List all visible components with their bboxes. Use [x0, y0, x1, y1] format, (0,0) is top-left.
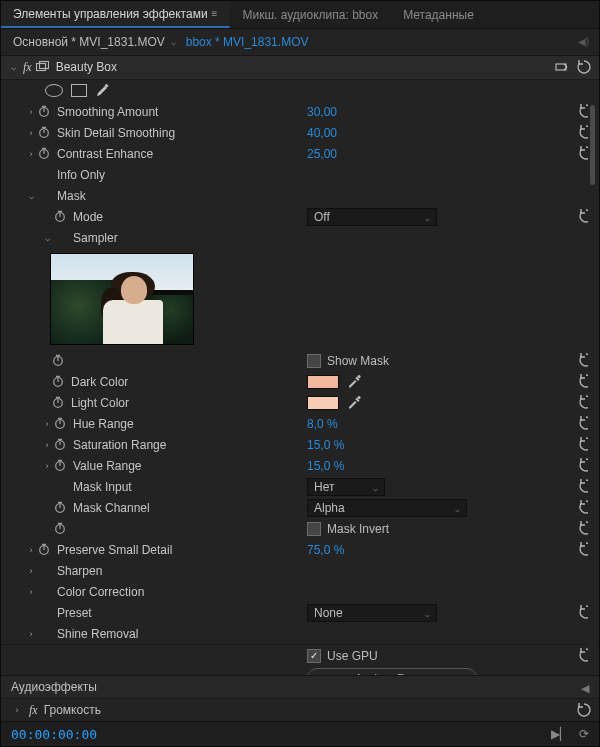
- light-color-swatch[interactable]: [307, 396, 339, 410]
- eyedropper-icon[interactable]: [347, 374, 362, 389]
- preset-dropdown[interactable]: None ⌵: [307, 604, 437, 622]
- stopwatch-icon[interactable]: [53, 501, 67, 515]
- chevron-down-icon[interactable]: ⌵: [25, 191, 37, 201]
- prop-value[interactable]: 40,00: [307, 126, 337, 140]
- vertical-scrollbar[interactable]: [588, 101, 598, 675]
- prop-label: Info Only: [57, 168, 105, 182]
- stopwatch-icon[interactable]: [53, 459, 67, 473]
- loop-icon[interactable]: ⟳: [579, 727, 589, 741]
- prop-analyze-frame: Analyze Frame: [1, 666, 599, 675]
- prop-value[interactable]: 25,00: [307, 147, 337, 161]
- reset-icon[interactable]: [577, 703, 591, 720]
- stopwatch-icon[interactable]: [51, 396, 65, 410]
- fx-badge-icon[interactable]: fx: [23, 60, 32, 75]
- stopwatch-icon[interactable]: [53, 417, 67, 431]
- prop-value[interactable]: 15,0 %: [307, 459, 344, 473]
- prop-label: Preserve Small Detail: [57, 543, 172, 557]
- motion-icon[interactable]: [36, 61, 50, 73]
- rectangle-mask-icon[interactable]: [71, 84, 87, 97]
- tab-label: Элементы управления эффектами: [13, 7, 208, 21]
- chevron-right-icon[interactable]: ›: [41, 440, 53, 450]
- use-gpu-checkbox[interactable]: ✓: [307, 649, 321, 663]
- stopwatch-icon[interactable]: [37, 105, 51, 119]
- chevron-right-icon[interactable]: ›: [11, 705, 23, 715]
- effect-volume-row: › fx Громкость: [1, 699, 599, 721]
- stopwatch-icon[interactable]: [51, 354, 65, 368]
- group-label: Color Correction: [57, 585, 144, 599]
- panel-menu-icon[interactable]: ≡: [212, 8, 218, 19]
- chevron-right-icon[interactable]: ›: [25, 149, 37, 159]
- audio-effects-section: Аудиоэффекты ◀ › fx Громкость 00:00:00:0…: [1, 675, 599, 746]
- audio-toggle-icon[interactable]: ◀: [581, 682, 589, 695]
- stopwatch-icon[interactable]: [53, 438, 67, 452]
- audio-toggle-icon[interactable]: ◀): [578, 36, 589, 47]
- stopwatch-icon[interactable]: [53, 210, 67, 224]
- pen-mask-icon[interactable]: [95, 83, 110, 98]
- mask-invert-checkbox[interactable]: [307, 522, 321, 536]
- eyedropper-icon[interactable]: [347, 395, 362, 410]
- prop-saturation-range: › Saturation Range 15,0 %: [1, 434, 599, 455]
- scrollbar-thumb[interactable]: [590, 105, 595, 185]
- prop-mask-invert: › Mask Invert: [1, 518, 599, 539]
- stopwatch-icon[interactable]: [37, 147, 51, 161]
- chevron-right-icon[interactable]: ›: [25, 629, 37, 639]
- chevron-down-icon: ⌵: [455, 505, 460, 514]
- reset-effect-icon[interactable]: [577, 60, 591, 74]
- timecode-bar: 00:00:00:00 ▶▏ ⟳: [1, 721, 599, 746]
- sequence-clip-name[interactable]: bbox * MVI_1831.MOV: [186, 35, 309, 49]
- panel-tabs: Элементы управления эффектами ≡ Микш. ау…: [1, 1, 599, 29]
- prop-value[interactable]: 15,0 %: [307, 438, 344, 452]
- mode-dropdown[interactable]: Off ⌵: [307, 208, 437, 226]
- chevron-down-icon[interactable]: ⌵: [171, 37, 176, 47]
- prop-label: Saturation Range: [73, 438, 166, 452]
- tab-metadata[interactable]: Метаданные: [391, 1, 487, 28]
- chevron-right-icon[interactable]: ›: [25, 128, 37, 138]
- prop-value[interactable]: 8,0 %: [307, 417, 338, 431]
- timecode-display[interactable]: 00:00:00:00: [11, 727, 97, 742]
- stopwatch-icon[interactable]: [51, 375, 65, 389]
- analyze-frame-button[interactable]: Analyze Frame: [307, 668, 477, 675]
- dropdown-value: Нет: [314, 480, 334, 494]
- effect-name[interactable]: Громкость: [44, 703, 101, 717]
- chevron-right-icon[interactable]: ›: [25, 545, 37, 555]
- pin-effect-icon[interactable]: [555, 60, 569, 74]
- prop-label: Value Range: [73, 459, 142, 473]
- effect-controls-panel: Элементы управления эффектами ≡ Микш. ау…: [0, 0, 600, 747]
- mask-channel-dropdown[interactable]: Alpha ⌵: [307, 499, 467, 517]
- prop-mode: › Mode Off ⌵: [1, 206, 599, 227]
- play-icon[interactable]: ▶▏: [551, 727, 569, 741]
- tab-effect-controls[interactable]: Элементы управления эффектами ≡: [1, 1, 230, 28]
- prop-value[interactable]: 30,00: [307, 105, 337, 119]
- prop-skin-detail-smoothing: › Skin Detail Smoothing 40,00: [1, 122, 599, 143]
- tab-label: Метаданные: [403, 8, 474, 22]
- chevron-right-icon[interactable]: ›: [25, 107, 37, 117]
- chevron-down-icon[interactable]: ⌵: [41, 233, 53, 243]
- effect-name[interactable]: Beauty Box: [56, 60, 117, 74]
- prop-label: Mask Input: [73, 480, 132, 494]
- checkbox-label: Show Mask: [327, 354, 389, 368]
- prop-label: Preset: [57, 606, 92, 620]
- stopwatch-icon[interactable]: [53, 522, 67, 536]
- prop-value[interactable]: 75,0 %: [307, 543, 344, 557]
- chevron-right-icon[interactable]: ›: [41, 461, 53, 471]
- dark-color-swatch[interactable]: [307, 375, 339, 389]
- tab-audio-mixer[interactable]: Микш. аудиоклипа: bbox: [230, 1, 391, 28]
- chevron-right-icon[interactable]: ›: [25, 566, 37, 576]
- mask-input-dropdown[interactable]: Нет ⌵: [307, 478, 385, 496]
- stopwatch-icon[interactable]: [37, 543, 51, 557]
- chevron-right-icon[interactable]: ›: [25, 587, 37, 597]
- audio-effects-header: Аудиоэффекты ◀: [1, 676, 599, 699]
- master-clip-name[interactable]: Основной * MVI_1831.MOV: [13, 35, 165, 49]
- show-mask-checkbox[interactable]: [307, 354, 321, 368]
- effect-twisty-icon[interactable]: ⌵: [7, 62, 19, 72]
- chevron-right-icon[interactable]: ›: [41, 419, 53, 429]
- prop-label: Smoothing Amount: [57, 105, 158, 119]
- prop-label: Mask Channel: [73, 501, 150, 515]
- sampler-preview[interactable]: [51, 254, 193, 344]
- fx-badge-icon[interactable]: fx: [29, 703, 38, 718]
- group-label: Sampler: [73, 231, 118, 245]
- group-color-correction: › Color Correction: [1, 581, 599, 602]
- stopwatch-icon[interactable]: [37, 126, 51, 140]
- ellipse-mask-icon[interactable]: [45, 84, 63, 97]
- sampler-preview-wrap: [1, 248, 599, 350]
